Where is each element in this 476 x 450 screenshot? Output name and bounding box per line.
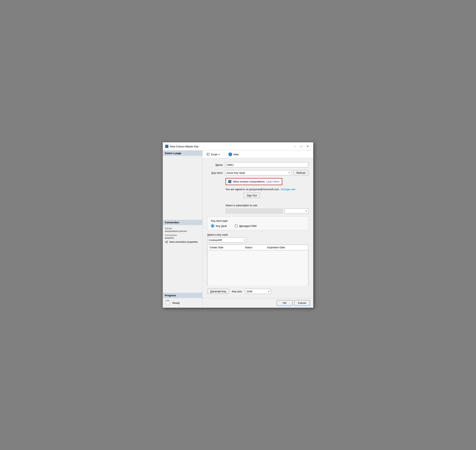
table-header: Create Date Status Expiration Date [208, 245, 308, 250]
script-icon [207, 153, 210, 156]
name-label: Name: [207, 163, 223, 166]
svg-point-2 [165, 241, 166, 242]
keysize-select-wrapper: 2048 4096 [245, 289, 271, 294]
keysize-select[interactable]: 2048 4096 [245, 289, 271, 294]
keyvault-select[interactable]: ContosoHR [207, 237, 247, 243]
cancel-button[interactable]: Cancel [294, 300, 310, 306]
col-status: Status [243, 245, 265, 250]
ok-button[interactable]: OK [277, 300, 292, 306]
dialog-window: New Column Master Key – □ ✕ Select a pag… [163, 142, 313, 308]
radio-managedhsm-label: Managed HSM [239, 225, 257, 227]
svg-point-4 [167, 242, 168, 243]
subscription-row [226, 208, 308, 213]
title-bar: New Column Master Key – □ ✕ [163, 142, 313, 151]
dialog-body: Select a page Connection Server: enclave… [163, 151, 313, 308]
change-user-link[interactable]: Change user [281, 188, 296, 191]
subscription-select-wrapper [285, 208, 308, 213]
maximize-button[interactable]: □ [298, 144, 304, 149]
connection-icon [165, 241, 168, 243]
checkmark-icon: ✓ [229, 180, 231, 183]
toolbar-separator [224, 152, 224, 156]
generate-key-label: enerate Key [212, 290, 226, 293]
window-icon [165, 145, 168, 148]
server-value: enclavedemo1server [165, 230, 200, 233]
keystoretype-box: Key store type: Key Vault Managed HSM [207, 216, 308, 231]
progress-spinner [165, 300, 170, 306]
minimize-button[interactable]: – [292, 144, 298, 149]
keystore-row: Key store: Azure Key Vault Windows Certi… [207, 170, 308, 175]
sidebar: Select a page Connection Server: enclave… [163, 151, 202, 308]
connection-type-value: aeadmin [165, 237, 200, 239]
radio-keyvault-outer [211, 224, 214, 227]
window-controls: – □ ✕ [292, 144, 311, 149]
connection-content: Server: enclavedemo1server Connection: a… [163, 225, 202, 293]
keyvault-select-wrapper: ContosoHR [207, 237, 247, 243]
name-input[interactable] [225, 162, 308, 167]
window-title: New Column Master Key [170, 145, 290, 148]
table-header-row: Create Date Status Expiration Date [208, 245, 308, 250]
keystoretype-title: Key store type: [211, 219, 305, 222]
progress-header: Progress [163, 293, 202, 298]
svg-point-1 [167, 147, 167, 147]
subscription-label: Select a subscription to use: [226, 204, 308, 207]
help-button[interactable]: ? Help [227, 152, 240, 156]
keystore-select-wrapper: Azure Key Vault Windows Certificate Stor… [225, 170, 291, 175]
generate-key-row: Generate Key Key size: 2048 4096 [207, 289, 308, 294]
svg-line-5 [166, 241, 167, 242]
select-page-header: Select a page [163, 151, 202, 156]
script-label: Script [211, 153, 217, 156]
col-expiration-date: Expiration Date [265, 245, 308, 250]
table-empty-cell [208, 250, 308, 286]
learn-more-link[interactable]: Learn More [266, 180, 279, 183]
toolbar: Script ▾ ? Help [202, 151, 313, 158]
enclave-checkbox[interactable]: ✓ [228, 180, 231, 183]
signed-in-row: You are signed in as jaszymas@microsoft.… [226, 188, 308, 191]
help-icon: ? [228, 153, 232, 156]
dropdown-icon: ▾ [219, 153, 220, 155]
keys-table: Create Date Status Expiration Date [207, 244, 308, 286]
generate-key-button[interactable]: Generate Key [207, 289, 229, 294]
svg-line-6 [166, 242, 167, 243]
progress-content: Ready [163, 298, 202, 308]
connection-header: Connection [163, 220, 202, 225]
form-area: Name: Key store: Azure Key Vault Windows… [202, 158, 313, 298]
keystore-label: Key store: [207, 171, 223, 174]
subscription-select[interactable] [285, 208, 308, 213]
radio-managedhsm[interactable]: Managed HSM [235, 224, 257, 227]
subscription-bar [226, 208, 283, 213]
script-button[interactable]: Script ▾ [205, 152, 221, 156]
col-create-date: Create Date [208, 245, 243, 250]
sign-out-button[interactable]: Sign Out [244, 193, 260, 198]
help-label: Help [233, 153, 238, 156]
main-content: Script ▾ ? Help Name: [202, 151, 313, 308]
signed-in-text: You are signed in as jaszymas@microsoft.… [226, 188, 280, 191]
name-row: Name: [207, 162, 308, 167]
enclave-label: Allow enclave computations [233, 180, 265, 183]
server-label: Server: [165, 227, 200, 230]
keyvault-row: Select a key vault: ContosoHR [207, 233, 308, 243]
keystore-select[interactable]: Azure Key Vault Windows Certificate Stor… [225, 170, 291, 175]
radio-managedhsm-outer [235, 224, 238, 227]
connection-type-label: Connection: [165, 234, 200, 237]
radio-keyvault-label: Key Vault [216, 225, 227, 227]
radio-keyvault[interactable]: Key Vault [211, 224, 227, 227]
status-text: Ready [172, 302, 180, 304]
close-button[interactable]: ✕ [304, 144, 311, 149]
radio-keyvault-inner [212, 225, 213, 227]
radio-row: Key Vault Managed HSM [211, 224, 305, 227]
enclave-box: ✓ Allow enclave computations Learn More [226, 178, 282, 185]
keyvault-label: Select a key vault: [207, 233, 308, 236]
table-body [208, 250, 308, 286]
dialog-footer: OK Cancel [202, 298, 313, 308]
view-connection-label: View connection properties [169, 241, 198, 243]
view-connection-link[interactable]: View connection properties [165, 241, 200, 243]
svg-point-3 [167, 241, 168, 242]
table-empty-row [208, 250, 308, 286]
keysize-label: Key size: [232, 290, 242, 293]
refresh-button[interactable]: Refresh [293, 170, 308, 175]
